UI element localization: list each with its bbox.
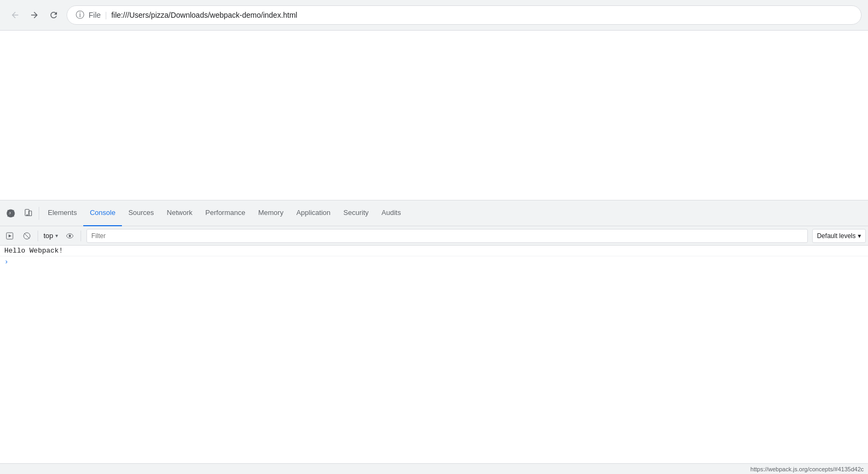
tab-audits[interactable]: Audits [375, 200, 407, 226]
clear-console-button[interactable] [19, 228, 34, 243]
clear-icon [23, 232, 31, 240]
filter-input[interactable] [91, 232, 803, 240]
info-icon: ⓘ [76, 10, 84, 21]
tab-performance[interactable]: Performance [199, 200, 251, 226]
svg-point-9 [69, 235, 70, 236]
page-content [0, 31, 868, 200]
nav-buttons [6, 6, 62, 24]
address-bar[interactable]: ⓘ File | file:///Users/pizza/Downloads/w… [67, 5, 862, 25]
eye-button[interactable] [62, 228, 77, 243]
back-icon [10, 10, 20, 20]
tab-application[interactable]: Application [290, 200, 337, 226]
status-bar: https://webpack.js.org/concepts/#4135d42… [0, 463, 868, 474]
svg-marker-5 [9, 234, 11, 237]
forward-button[interactable] [26, 6, 43, 24]
context-arrow-icon: ▾ [55, 233, 58, 239]
tab-memory[interactable]: Memory [252, 200, 290, 226]
devtools-panel: Elements Console Sources Network Perform… [0, 200, 868, 463]
default-levels-button[interactable]: Default levels ▾ [812, 229, 866, 243]
console-log-entry: Hello Webpack! [0, 246, 868, 256]
console-content: Hello Webpack! › [0, 246, 868, 463]
device-icon [23, 209, 33, 218]
default-levels-label: Default levels [817, 232, 856, 240]
filter-input-wrapper[interactable] [86, 229, 808, 243]
tab-network[interactable]: Network [161, 200, 199, 226]
toolbar-divider-1 [38, 231, 38, 241]
tab-console[interactable]: Console [83, 200, 122, 226]
svg-line-7 [24, 233, 29, 238]
run-script-button[interactable] [2, 228, 17, 243]
file-label: File [89, 11, 101, 19]
devtools-tab-bar: Elements Console Sources Network Perform… [0, 200, 868, 226]
levels-arrow-icon: ▾ [858, 232, 861, 240]
prompt-chevron-icon: › [4, 258, 9, 266]
console-toolbar: top ▾ Default levels ▾ [0, 226, 868, 246]
console-log-text: Hello Webpack! [4, 247, 63, 255]
toolbar-divider-2 [81, 231, 81, 241]
url-separator: | [105, 11, 107, 19]
back-button[interactable] [6, 6, 24, 24]
browser-chrome: ⓘ File | file:///Users/pizza/Downloads/w… [0, 0, 868, 31]
reload-button[interactable] [45, 6, 62, 24]
reload-icon [49, 10, 59, 20]
url-text: file:///Users/pizza/Downloads/webpack-de… [111, 11, 852, 19]
console-prompt-line[interactable]: › [0, 256, 868, 267]
tab-sources[interactable]: Sources [122, 200, 161, 226]
tab-elements[interactable]: Elements [41, 200, 83, 226]
tab-divider-1 [39, 207, 39, 220]
svg-point-3 [27, 214, 28, 216]
run-icon [5, 232, 14, 240]
inspect-element-button[interactable] [2, 205, 19, 222]
eye-icon [66, 232, 74, 240]
context-label: top [44, 232, 53, 240]
status-url: https://webpack.js.org/concepts/#4135d42… [750, 466, 864, 472]
forward-icon [30, 10, 39, 20]
device-toggle-button[interactable] [19, 205, 37, 222]
inspect-icon [6, 209, 16, 218]
tab-security[interactable]: Security [337, 200, 375, 226]
context-selector[interactable]: top ▾ [41, 228, 60, 243]
browser-toolbar: ⓘ File | file:///Users/pizza/Downloads/w… [0, 0, 868, 30]
